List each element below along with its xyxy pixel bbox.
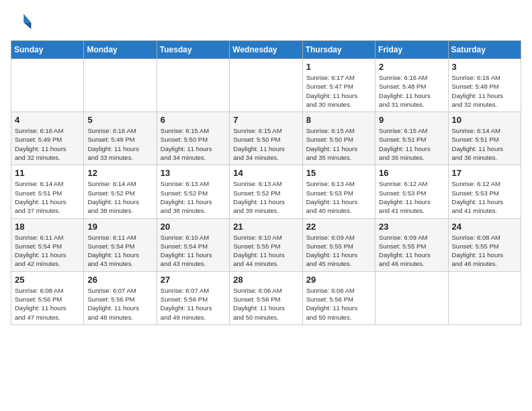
day-cell: 23Sunrise: 6:09 AM Sunset: 5:55 PM Dayli… [375, 218, 448, 271]
day-info: Sunrise: 6:08 AM Sunset: 5:56 PM Dayligh… [15, 286, 80, 322]
day-info: Sunrise: 6:13 AM Sunset: 5:53 PM Dayligh… [306, 179, 371, 215]
logo-icon [11, 11, 32, 32]
day-cell: 24Sunrise: 6:08 AM Sunset: 5:55 PM Dayli… [448, 218, 521, 271]
day-cell [230, 59, 302, 112]
day-cell: 14Sunrise: 6:13 AM Sunset: 5:52 PM Dayli… [230, 165, 302, 218]
day-number: 28 [233, 275, 298, 285]
day-cell: 15Sunrise: 6:13 AM Sunset: 5:53 PM Dayli… [302, 165, 375, 218]
day-number: 20 [161, 222, 226, 232]
day-cell: 7Sunrise: 6:15 AM Sunset: 5:50 PM Daylig… [230, 112, 302, 165]
day-info: Sunrise: 6:14 AM Sunset: 5:52 PM Dayligh… [87, 179, 152, 215]
day-cell: 27Sunrise: 6:07 AM Sunset: 5:56 PM Dayli… [157, 271, 229, 324]
day-info: Sunrise: 6:16 AM Sunset: 5:48 PM Dayligh… [379, 73, 444, 109]
day-number: 27 [161, 275, 226, 285]
day-number: 12 [87, 168, 152, 178]
day-cell: 29Sunrise: 6:06 AM Sunset: 5:56 PM Dayli… [302, 271, 375, 324]
day-number: 11 [15, 168, 80, 178]
day-cell [11, 59, 84, 112]
day-info: Sunrise: 6:17 AM Sunset: 5:47 PM Dayligh… [306, 73, 371, 109]
week-row-1: 1Sunrise: 6:17 AM Sunset: 5:47 PM Daylig… [11, 59, 521, 112]
day-info: Sunrise: 6:15 AM Sunset: 5:50 PM Dayligh… [161, 126, 226, 162]
day-cell: 5Sunrise: 6:16 AM Sunset: 5:49 PM Daylig… [84, 112, 157, 165]
day-cell: 22Sunrise: 6:09 AM Sunset: 5:55 PM Dayli… [302, 218, 375, 271]
day-number: 14 [233, 168, 298, 178]
day-number: 19 [87, 222, 152, 232]
day-number: 26 [87, 275, 152, 285]
day-cell [375, 271, 448, 324]
day-cell: 6Sunrise: 6:15 AM Sunset: 5:50 PM Daylig… [157, 112, 229, 165]
col-header-friday: Friday [375, 41, 448, 59]
day-cell: 25Sunrise: 6:08 AM Sunset: 5:56 PM Dayli… [11, 271, 84, 324]
day-number: 25 [15, 275, 80, 285]
page-header [11, 11, 521, 32]
day-number: 17 [452, 168, 517, 178]
day-info: Sunrise: 6:15 AM Sunset: 5:50 PM Dayligh… [233, 126, 298, 162]
day-cell: 17Sunrise: 6:12 AM Sunset: 5:53 PM Dayli… [448, 165, 521, 218]
day-number: 9 [379, 115, 444, 125]
day-info: Sunrise: 6:06 AM Sunset: 5:56 PM Dayligh… [233, 286, 298, 322]
day-cell: 13Sunrise: 6:13 AM Sunset: 5:52 PM Dayli… [157, 165, 229, 218]
day-cell: 28Sunrise: 6:06 AM Sunset: 5:56 PM Dayli… [230, 271, 302, 324]
day-cell [448, 271, 521, 324]
day-info: Sunrise: 6:10 AM Sunset: 5:54 PM Dayligh… [161, 233, 226, 269]
day-number: 23 [379, 222, 444, 232]
day-number: 3 [452, 62, 517, 72]
day-number: 29 [306, 275, 371, 285]
day-info: Sunrise: 6:11 AM Sunset: 5:54 PM Dayligh… [15, 233, 80, 269]
svg-marker-1 [24, 23, 31, 30]
day-info: Sunrise: 6:16 AM Sunset: 5:49 PM Dayligh… [87, 126, 152, 162]
day-cell: 20Sunrise: 6:10 AM Sunset: 5:54 PM Dayli… [157, 218, 229, 271]
day-info: Sunrise: 6:13 AM Sunset: 5:52 PM Dayligh… [161, 179, 226, 215]
day-number: 5 [87, 115, 152, 125]
day-info: Sunrise: 6:08 AM Sunset: 5:55 PM Dayligh… [452, 233, 517, 269]
svg-marker-0 [24, 14, 31, 23]
col-header-monday: Monday [84, 41, 157, 59]
day-number: 2 [379, 62, 444, 72]
day-number: 1 [306, 62, 371, 72]
day-number: 18 [15, 222, 80, 232]
day-cell: 10Sunrise: 6:14 AM Sunset: 5:51 PM Dayli… [448, 112, 521, 165]
day-info: Sunrise: 6:06 AM Sunset: 5:56 PM Dayligh… [306, 286, 371, 322]
day-cell: 11Sunrise: 6:14 AM Sunset: 5:51 PM Dayli… [11, 165, 84, 218]
day-info: Sunrise: 6:14 AM Sunset: 5:51 PM Dayligh… [15, 179, 80, 215]
day-info: Sunrise: 6:11 AM Sunset: 5:54 PM Dayligh… [87, 233, 152, 269]
day-info: Sunrise: 6:07 AM Sunset: 5:56 PM Dayligh… [87, 286, 152, 322]
day-number: 16 [379, 168, 444, 178]
day-number: 22 [306, 222, 371, 232]
day-cell: 18Sunrise: 6:11 AM Sunset: 5:54 PM Dayli… [11, 218, 84, 271]
day-number: 15 [306, 168, 371, 178]
day-info: Sunrise: 6:07 AM Sunset: 5:56 PM Dayligh… [161, 286, 226, 322]
day-cell: 19Sunrise: 6:11 AM Sunset: 5:54 PM Dayli… [84, 218, 157, 271]
logo [11, 11, 35, 32]
day-number: 10 [452, 115, 517, 125]
day-info: Sunrise: 6:09 AM Sunset: 5:55 PM Dayligh… [379, 233, 444, 269]
week-row-5: 25Sunrise: 6:08 AM Sunset: 5:56 PM Dayli… [11, 271, 521, 324]
day-cell: 9Sunrise: 6:15 AM Sunset: 5:51 PM Daylig… [375, 112, 448, 165]
week-row-4: 18Sunrise: 6:11 AM Sunset: 5:54 PM Dayli… [11, 218, 521, 271]
calendar-table: SundayMondayTuesdayWednesdayThursdayFrid… [11, 40, 521, 325]
col-header-wednesday: Wednesday [230, 41, 302, 59]
day-cell: 8Sunrise: 6:15 AM Sunset: 5:50 PM Daylig… [302, 112, 375, 165]
day-cell [84, 59, 157, 112]
day-cell: 21Sunrise: 6:10 AM Sunset: 5:55 PM Dayli… [230, 218, 302, 271]
day-info: Sunrise: 6:15 AM Sunset: 5:51 PM Dayligh… [379, 126, 444, 162]
day-number: 7 [233, 115, 298, 125]
day-cell: 1Sunrise: 6:17 AM Sunset: 5:47 PM Daylig… [302, 59, 375, 112]
day-number: 6 [161, 115, 226, 125]
day-number: 4 [15, 115, 80, 125]
day-cell: 26Sunrise: 6:07 AM Sunset: 5:56 PM Dayli… [84, 271, 157, 324]
day-cell: 12Sunrise: 6:14 AM Sunset: 5:52 PM Dayli… [84, 165, 157, 218]
week-row-3: 11Sunrise: 6:14 AM Sunset: 5:51 PM Dayli… [11, 165, 521, 218]
day-cell: 4Sunrise: 6:16 AM Sunset: 5:49 PM Daylig… [11, 112, 84, 165]
day-cell [157, 59, 229, 112]
week-row-2: 4Sunrise: 6:16 AM Sunset: 5:49 PM Daylig… [11, 112, 521, 165]
day-number: 13 [161, 168, 226, 178]
day-info: Sunrise: 6:14 AM Sunset: 5:51 PM Dayligh… [452, 126, 517, 162]
day-info: Sunrise: 6:10 AM Sunset: 5:55 PM Dayligh… [233, 233, 298, 269]
day-number: 8 [306, 115, 371, 125]
day-info: Sunrise: 6:15 AM Sunset: 5:50 PM Dayligh… [306, 126, 371, 162]
col-header-thursday: Thursday [302, 41, 375, 59]
col-header-sunday: Sunday [11, 41, 84, 59]
day-info: Sunrise: 6:16 AM Sunset: 5:49 PM Dayligh… [15, 126, 80, 162]
day-info: Sunrise: 6:09 AM Sunset: 5:55 PM Dayligh… [306, 233, 371, 269]
